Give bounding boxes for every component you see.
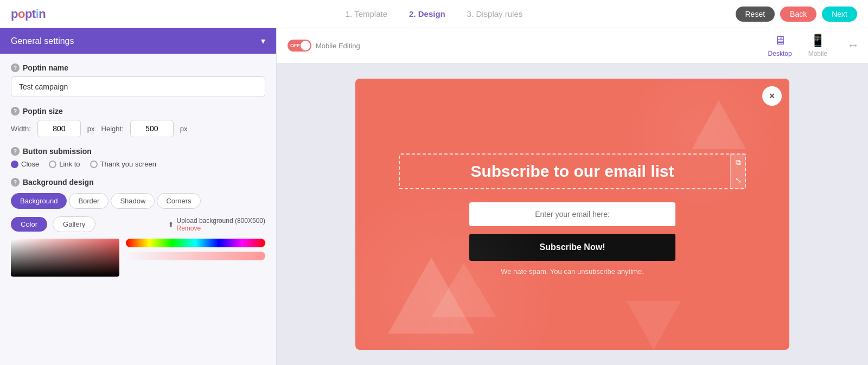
width-label: Width: — [11, 125, 31, 133]
sidebar-content: ? Poptin name ? Poptin size Width: px He… — [0, 54, 276, 296]
alpha-slider[interactable] — [126, 252, 265, 260]
collapse-icon: ▾ — [261, 36, 265, 46]
radio-thankyou[interactable]: Thank you screen — [90, 160, 156, 168]
preview-canvas: × Subscribe to our email list ⧉ ⤡ Subscr… — [277, 63, 868, 365]
popup-copy-icon[interactable]: ⧉ — [731, 153, 746, 171]
width-input[interactable] — [37, 120, 81, 137]
mobile-editing-toggle-wrap: OFF Mobile Editing — [288, 40, 360, 52]
upload-background-btn[interactable]: ⬆ Upload background (800X500) Remove — [168, 217, 265, 232]
bg-tab-background[interactable]: Background — [11, 193, 67, 209]
mobile-label: Mobile — [808, 50, 827, 57]
button-submission-group: ? Button submission Close Link to Thank … — [11, 147, 265, 168]
radio-close-indicator — [11, 161, 18, 168]
radio-linkto-label: Link to — [59, 160, 80, 168]
height-label: Height: — [101, 125, 124, 133]
reset-button[interactable]: Reset — [736, 7, 775, 22]
triangle-deco-4 — [627, 301, 681, 350]
poptin-size-label: Poptin size — [23, 107, 63, 116]
desktop-icon: 🖥 — [774, 34, 786, 48]
bg-tab-corners[interactable]: Corners — [157, 193, 200, 209]
button-submission-label: Button submission — [23, 147, 92, 156]
popup-resize-icon[interactable]: ⤡ — [731, 171, 746, 189]
popup-email-input[interactable] — [469, 202, 675, 226]
popup-container: × Subscribe to our email list ⧉ ⤡ Subscr… — [355, 79, 789, 350]
step-display-rules[interactable]: 3. Display rules — [467, 9, 523, 18]
poptin-name-label-row: ? Poptin name — [11, 63, 265, 72]
color-picker-area — [11, 239, 265, 277]
top-nav: poptin 1. Template 2. Design 3. Display … — [0, 0, 868, 28]
general-settings-header[interactable]: General settings ▾ — [0, 28, 276, 54]
steps: 1. Template 2. Design 3. Display rules — [346, 9, 523, 18]
upload-icon: ⬆ — [168, 221, 174, 228]
sidebar: General settings ▾ ? Poptin name ? Popti… — [0, 28, 277, 365]
poptin-name-group: ? Poptin name — [11, 63, 265, 97]
rainbow-slider[interactable] — [126, 239, 265, 247]
color-sliders — [126, 239, 265, 277]
remove-link[interactable]: Remove — [177, 225, 201, 232]
general-settings-label: General settings — [11, 36, 74, 46]
height-px: px — [180, 125, 188, 133]
mobile-icon: 📱 — [810, 34, 825, 48]
back-button[interactable]: Back — [780, 7, 816, 22]
popup-subscribe-button[interactable]: Subscribe Now! — [469, 234, 675, 261]
step-design[interactable]: 2. Design — [409, 9, 445, 18]
logo: poptin — [11, 7, 46, 21]
poptin-size-label-row: ? Poptin size — [11, 107, 265, 116]
gallery-button[interactable]: Gallery — [53, 216, 95, 232]
device-tabs: 🖥 Desktop 📱 Mobile — [768, 34, 827, 57]
height-input[interactable] — [130, 120, 174, 137]
toggle-off-text: OFF — [290, 43, 300, 48]
bg-design-label-row: ? Background design — [11, 178, 265, 187]
triangle-deco-3 — [692, 100, 746, 149]
triangle-deco-2 — [431, 263, 496, 317]
upload-label-wrap: Upload background (800X500) Remove — [177, 217, 265, 232]
poptin-size-group: ? Poptin size Width: px Height: px — [11, 107, 265, 137]
upload-label: Upload background — [177, 217, 233, 225]
background-design-group: ? Background design Background Border Sh… — [11, 178, 265, 277]
popup-title-box: Subscribe to our email list ⧉ ⤡ — [399, 153, 746, 189]
color-gradient-picker[interactable] — [11, 239, 119, 277]
mobile-editing-toggle[interactable]: OFF — [288, 40, 311, 52]
radio-linkto[interactable]: Link to — [49, 160, 80, 168]
device-tab-mobile[interactable]: 📱 Mobile — [808, 34, 827, 57]
next-button[interactable]: Next — [822, 7, 857, 22]
radio-close-label: Close — [21, 160, 39, 168]
color-gallery-row: Color Gallery ⬆ Upload background (800X5… — [11, 216, 265, 232]
mobile-editing-label: Mobile Editing — [316, 42, 360, 50]
popup-title[interactable]: Subscribe to our email list — [470, 162, 674, 180]
radio-thankyou-indicator — [90, 161, 98, 168]
main-layout: General settings ▾ ? Poptin name ? Popti… — [0, 28, 868, 365]
bg-design-label: Background design — [23, 178, 94, 187]
top-actions: Reset Back Next — [736, 7, 858, 22]
poptin-name-help-icon[interactable]: ? — [11, 63, 20, 72]
bg-tab-shadow[interactable]: Shadow — [111, 193, 155, 209]
bg-tabs: Background Border Shadow Corners — [11, 193, 265, 209]
poptin-name-label: Poptin name — [23, 63, 68, 72]
radio-linkto-indicator — [49, 161, 56, 168]
button-submission-label-row: ? Button submission — [11, 147, 265, 156]
toggle-knob — [301, 41, 310, 50]
preview-toolbar: OFF Mobile Editing 🖥 Desktop 📱 Mobile ⤢ — [277, 28, 868, 63]
radio-thankyou-label: Thank you screen — [100, 160, 156, 168]
poptin-name-input[interactable] — [11, 76, 265, 97]
expand-icon[interactable]: ⤢ — [846, 39, 860, 53]
bg-tab-border[interactable]: Border — [69, 193, 108, 209]
button-submission-help-icon[interactable]: ? — [11, 147, 20, 156]
radio-group: Close Link to Thank you screen — [11, 160, 265, 168]
popup-title-actions: ⧉ ⤡ — [730, 153, 746, 189]
width-px: px — [87, 125, 95, 133]
popup-spam-text: We hate spam. You can unsubscribe anytim… — [501, 267, 644, 276]
desktop-label: Desktop — [768, 50, 792, 57]
preview-area: OFF Mobile Editing 🖥 Desktop 📱 Mobile ⤢ — [277, 28, 868, 365]
step-template[interactable]: 1. Template — [346, 9, 387, 18]
device-tab-desktop[interactable]: 🖥 Desktop — [768, 34, 792, 57]
bg-design-help-icon[interactable]: ? — [11, 178, 20, 187]
poptin-size-help-icon[interactable]: ? — [11, 107, 20, 116]
color-button[interactable]: Color — [11, 217, 47, 232]
upload-dimensions: (800X500) — [235, 217, 265, 225]
radio-close[interactable]: Close — [11, 160, 39, 168]
size-row: Width: px Height: px — [11, 120, 265, 137]
popup-close-button[interactable]: × — [762, 86, 782, 106]
